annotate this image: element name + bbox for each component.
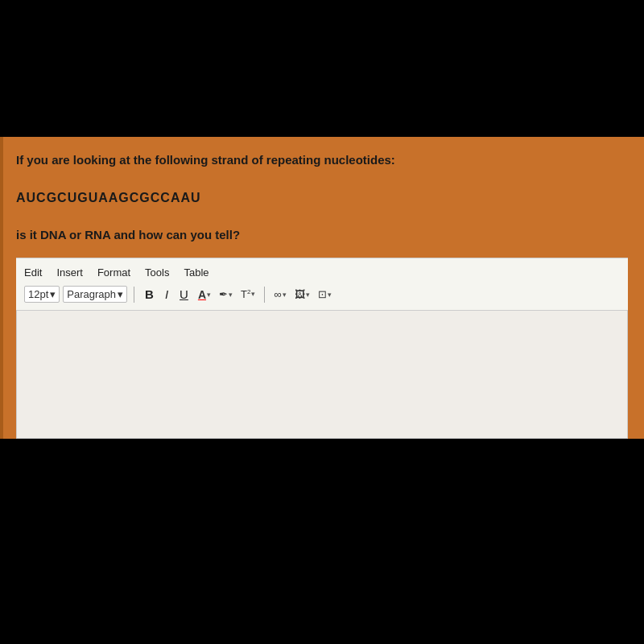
menu-bar: Edit Insert Format Tools Table: [24, 263, 620, 283]
highlight-chevron: ▾: [229, 291, 233, 299]
image-chevron: ▾: [306, 291, 310, 299]
underline-button[interactable]: U: [175, 286, 192, 303]
bottom-black-area: [0, 439, 644, 519]
toolbar-container: Edit Insert Format Tools Table 12pt ▾ Pa…: [16, 258, 628, 310]
question-text-line1: If you are looking at the following stra…: [16, 151, 628, 168]
left-border-accent: [0, 137, 3, 439]
image-button[interactable]: 🖼 ▾: [292, 287, 312, 302]
paragraph-dropdown[interactable]: Paragraph ▾: [63, 286, 127, 303]
menu-format[interactable]: Format: [97, 266, 130, 279]
special-chars-icon: ⊡: [318, 288, 327, 300]
menu-insert[interactable]: Insert: [56, 266, 83, 279]
menu-table[interactable]: Table: [184, 266, 208, 279]
font-size-value: 12pt: [28, 288, 48, 300]
link-icon: ∞: [274, 288, 281, 300]
font-size-dropdown[interactable]: 12pt ▾: [24, 286, 60, 303]
bold-button[interactable]: B: [141, 286, 158, 303]
superscript-button[interactable]: T2 ▾: [238, 287, 258, 302]
superscript-label: T2: [241, 288, 250, 300]
image-icon: 🖼: [295, 288, 305, 300]
follow-up-question: is it DNA or RNA and how can you tell?: [16, 228, 628, 242]
content-area: If you are looking at the following stra…: [0, 137, 644, 439]
menu-tools[interactable]: Tools: [145, 266, 169, 279]
paragraph-chevron: ▾: [118, 288, 123, 300]
special-chars-button[interactable]: ⊡ ▾: [316, 287, 334, 302]
highlight-icon: ✒: [219, 288, 228, 300]
font-size-chevron: ▾: [50, 288, 56, 300]
italic-button[interactable]: I: [161, 286, 172, 303]
font-color-chevron: ▾: [207, 291, 211, 299]
nucleotide-sequence: AUCGCUGUAAGCGCCAAU: [16, 191, 628, 205]
editor-area[interactable]: [16, 310, 628, 439]
paragraph-value: Paragraph: [67, 288, 116, 300]
separator-2: [264, 287, 265, 303]
separator-1: [134, 287, 134, 303]
special-chars-chevron: ▾: [328, 291, 332, 299]
top-black-area: [0, 0, 644, 137]
superscript-chevron: ▾: [251, 290, 255, 298]
menu-edit[interactable]: Edit: [24, 266, 42, 279]
highlight-button[interactable]: ✒ ▾: [217, 287, 235, 302]
link-button[interactable]: ∞ ▾: [271, 287, 288, 302]
font-color-button[interactable]: A ▾: [196, 287, 213, 303]
font-color-label: A: [198, 288, 206, 301]
link-chevron: ▾: [283, 291, 287, 299]
formatting-bar: 12pt ▾ Paragraph ▾ B I U A ▾ ✒ ▾ T2 ▾: [24, 283, 620, 305]
